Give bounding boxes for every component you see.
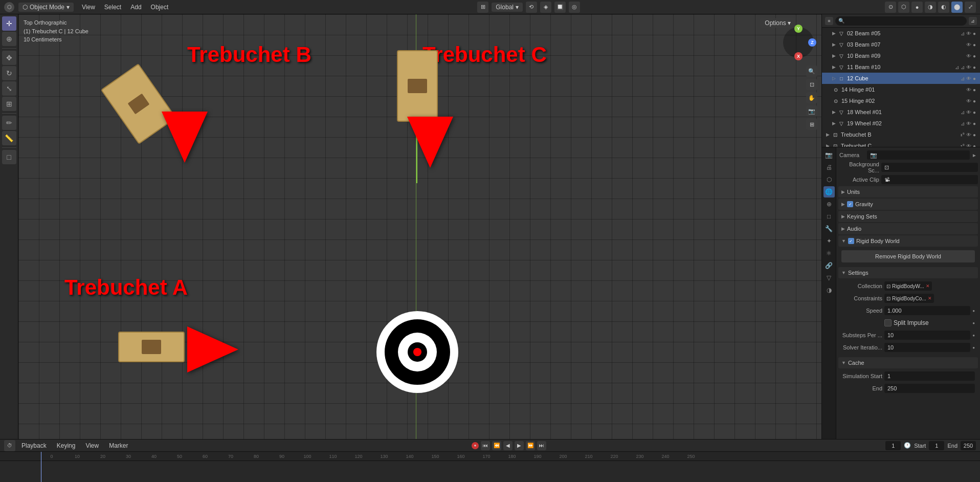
remove-rigid-body-world-button[interactable]: Remove Rigid Body World [841, 250, 975, 262]
nav-y-axis[interactable]: Y [794, 25, 803, 33]
gravity-checkbox[interactable]: ✓ [847, 201, 853, 207]
outliner-item-trebuchet-c[interactable]: ▶ ⊡ Trebuchet C ₂⁹ 👁 ● [822, 140, 980, 147]
outliner-item-beam09[interactable]: ▶ ▽ 10 Beam #09 👁 ● [822, 50, 980, 61]
prop-tab-physics[interactable]: ⚛ [823, 248, 835, 259]
nav-x-axis[interactable]: X [794, 52, 803, 60]
pivot-icon[interactable]: ◈ [540, 2, 551, 13]
prop-tab-output[interactable]: 🖨 [823, 162, 835, 173]
xray-icon[interactable]: ⬡ [898, 2, 909, 13]
proportional-icon[interactable]: ◎ [569, 2, 580, 13]
audio-section-header[interactable]: ▶ Audio [838, 223, 978, 234]
outliner-item-hinge02[interactable]: ⊙ 15 Hinge #02 👁 ● [822, 95, 980, 106]
prop-tab-scene[interactable]: 🌐 [823, 186, 835, 198]
prop-tab-material[interactable]: ◑ [823, 284, 835, 296]
transform-icon[interactable]: ⟲ [526, 2, 537, 13]
view-menu-timeline[interactable]: View [81, 441, 103, 450]
cache-section-header[interactable]: ▼ Cache [838, 357, 978, 368]
outliner-item-cube12[interactable]: ▷ □ 12 Cube ⊿ 👁 ● [822, 73, 980, 84]
outliner-item-wheel02[interactable]: ▶ ▽ 19 Wheel #02 ⊿ 👁 ● [822, 118, 980, 129]
split-impulse-checkbox[interactable] [884, 319, 892, 326]
prop-tab-particles[interactable]: ✦ [823, 235, 835, 247]
constraints-remove-icon[interactable]: ✕ [928, 296, 932, 301]
keying-menu[interactable]: Keying [53, 441, 80, 450]
playback-menu[interactable]: Playback [17, 441, 51, 450]
outliner-item-hinge01[interactable]: ⊙ 14 Hinge #01 👁 ● [822, 84, 980, 95]
prop-tab-view-layer[interactable]: ⬡ [823, 174, 835, 185]
solver-field[interactable]: 10 [884, 343, 970, 352]
rigid-body-checkbox[interactable]: ✓ [848, 238, 854, 244]
mode-selector[interactable]: ⬡ Object Mode ▾ [18, 3, 74, 12]
substeps-field[interactable]: 10 [884, 331, 970, 340]
jump-start-btn[interactable]: ⏮ [481, 441, 490, 450]
snap-icon[interactable]: ⊞ [477, 2, 488, 13]
outliner-item-wheel01[interactable]: ▶ ▽ 18 Wheel #01 ⊿ 👁 ● [822, 106, 980, 118]
zoom-in-icon[interactable]: 🔍 [806, 65, 817, 77]
navigation-gizmo[interactable]: Y Z X [781, 25, 816, 60]
outliner-item-beam07[interactable]: ▶ ▽ 03 Beam #07 👁 ● [822, 39, 980, 50]
step-fwd-btn[interactable]: ⏩ [526, 441, 535, 450]
play-btn[interactable]: ▶ [515, 441, 524, 450]
annotate-tool-btn[interactable]: ✏ [2, 116, 16, 130]
shading-render-icon[interactable]: ◐ [938, 2, 949, 13]
zoom-fit-icon[interactable]: ⊡ [806, 79, 817, 90]
cache-end-field[interactable]: 250 [884, 384, 975, 393]
grid-icon[interactable]: ⊞ [806, 119, 817, 130]
step-back-btn[interactable]: ⏪ [492, 441, 501, 450]
shading-mat-icon[interactable]: ◑ [925, 2, 936, 13]
measure-tool-btn[interactable]: 📏 [2, 131, 16, 145]
overlay-icon[interactable]: ⊙ [885, 2, 896, 13]
move-tool-btn[interactable]: ✥ [2, 51, 16, 65]
active-clip-field[interactable]: 📽 [881, 175, 978, 184]
collection-field[interactable]: ⊡ RigidBodyW... ✕ [884, 281, 932, 291]
menu-view[interactable]: View [78, 3, 99, 12]
play-back-btn[interactable]: ◀ [503, 441, 513, 450]
prop-tab-world[interactable]: ⊕ [823, 199, 835, 210]
timeline-mode-icon[interactable]: ⏱ [4, 440, 15, 451]
camera-field[interactable]: 📷 [867, 150, 970, 160]
prop-tab-modifier[interactable]: 🔧 [823, 223, 835, 234]
outliner-search[interactable]: 🔍 [835, 16, 967, 26]
record-btn[interactable]: ● [472, 442, 479, 449]
background-sc-field[interactable]: ⊡ [881, 163, 978, 172]
collection-remove-icon[interactable]: ✕ [926, 283, 930, 289]
outliner-menu-icon[interactable]: ≡ [825, 17, 833, 25]
prop-tab-data[interactable]: ▽ [823, 272, 835, 283]
settings-section-header[interactable]: ▼ Settings [838, 267, 978, 278]
prop-tab-render[interactable]: 📷 [823, 149, 835, 161]
transform-tool-btn[interactable]: ⊞ [2, 97, 16, 111]
global-selector[interactable]: Global ▾ [492, 3, 523, 12]
shading-eevee-icon[interactable]: ⬤ [951, 2, 963, 13]
outliner-item-trebuchet-b[interactable]: ▶ ⊡ Trebuchet B ₂⁹ 👁 ● [822, 129, 980, 140]
pan-icon[interactable]: ✋ [806, 92, 817, 103]
marker-menu[interactable]: Marker [105, 441, 132, 450]
keying-sets-header[interactable]: ▶ Keying Sets [838, 211, 978, 222]
constraints-field[interactable]: ⊡ RigidBodyCo... ✕ [884, 294, 934, 303]
cursor-tool-btn[interactable]: ⊕ [2, 32, 16, 46]
end-frame-display[interactable]: 250 [961, 441, 976, 450]
prop-tab-object[interactable]: □ [823, 211, 835, 222]
timeline-tracks[interactable] [0, 461, 980, 482]
sim-start-field[interactable]: 1 [884, 371, 975, 381]
fullscreen-icon[interactable]: ⤢ [965, 2, 976, 13]
prop-tab-constraints[interactable]: 🔗 [823, 260, 835, 271]
nav-z-axis[interactable]: Z [808, 38, 816, 47]
outliner-item-beam10[interactable]: ▶ ▽ 11 Beam #10 ⊿ ⊿ 👁 ● [822, 61, 980, 73]
viewport[interactable]: Top Orthographic (1) Trebuchet C | 12 Cu… [18, 14, 821, 439]
camera-view-icon[interactable]: 📷 [806, 105, 817, 117]
units-section-header[interactable]: ▶ Units [838, 186, 978, 198]
gravity-section-header[interactable]: ▶ ✓ Gravity [838, 199, 978, 210]
jump-end-btn[interactable]: ⏭ [537, 441, 546, 450]
outliner-item-beam05[interactable]: ▶ ▽ 02 Beam #05 ⊿ 👁 ● [822, 28, 980, 39]
start-frame-display[interactable]: 1 [929, 441, 944, 450]
current-frame-display[interactable]: 1 [885, 441, 901, 450]
add-cube-tool-btn[interactable]: □ [2, 150, 16, 164]
menu-add[interactable]: Add [126, 3, 145, 12]
outliner-filter-icon[interactable]: ⊿ [969, 17, 977, 25]
menu-object[interactable]: Object [147, 3, 173, 12]
select-tool-btn[interactable]: ✛ [2, 16, 16, 31]
shading-solid-icon[interactable]: ● [911, 2, 923, 13]
menu-select[interactable]: Select [100, 3, 125, 12]
snap-toggle-icon[interactable]: 🔲 [554, 2, 566, 13]
rotate-tool-btn[interactable]: ↻ [2, 66, 16, 80]
rigid-body-world-header[interactable]: ▼ ✓ Rigid Body World [838, 235, 978, 247]
